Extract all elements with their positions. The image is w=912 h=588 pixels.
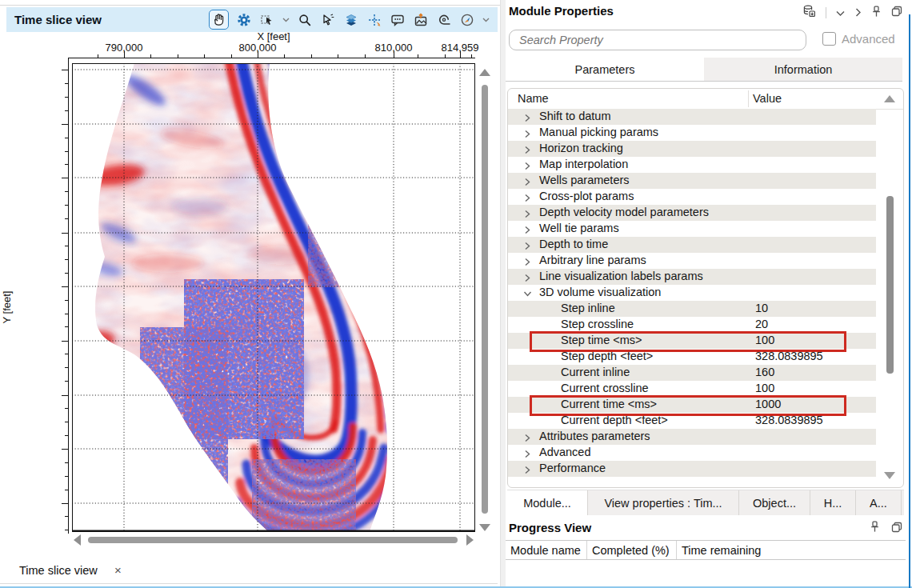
property-row[interactable]: Map interpolation bbox=[508, 157, 876, 173]
annotation-comment-icon[interactable] bbox=[390, 12, 406, 28]
bottom-tab[interactable]: Module... bbox=[507, 490, 588, 515]
property-row[interactable]: Wells parameters bbox=[508, 173, 876, 189]
layers-icon[interactable] bbox=[343, 12, 359, 28]
property-row[interactable]: Step time <ms>100 bbox=[508, 333, 876, 349]
zoom-magnifier-icon[interactable] bbox=[297, 12, 313, 28]
property-row[interactable]: Attributes parameters bbox=[508, 429, 876, 445]
chevron-right-icon[interactable] bbox=[523, 144, 532, 153]
horizontal-scrollbar-thumb[interactable] bbox=[88, 537, 458, 543]
chevron-right-icon[interactable] bbox=[523, 208, 532, 217]
highlight-box bbox=[530, 331, 846, 352]
compass-dropdown-chevron-icon[interactable] bbox=[482, 16, 490, 24]
property-row[interactable]: Horizon tracking bbox=[508, 141, 876, 157]
chevron-right-icon[interactable] bbox=[523, 272, 532, 281]
property-row[interactable]: Manual picking params bbox=[508, 125, 876, 141]
column-header-value[interactable]: Value bbox=[753, 92, 782, 105]
table-scrollbar[interactable] bbox=[884, 94, 896, 481]
compass-icon[interactable] bbox=[459, 12, 475, 28]
chevron-right-icon[interactable] bbox=[854, 6, 862, 20]
tab-parameters[interactable]: Parameters bbox=[506, 58, 704, 81]
property-value[interactable]: 100 bbox=[755, 382, 774, 394]
property-value[interactable]: 160 bbox=[755, 366, 774, 378]
tab-close-icon[interactable]: × bbox=[114, 563, 122, 577]
property-row[interactable]: Depth to time bbox=[508, 237, 876, 253]
chevron-right-icon[interactable] bbox=[523, 240, 532, 249]
column-separator[interactable] bbox=[748, 90, 749, 107]
advanced-toggle[interactable]: Advanced bbox=[822, 32, 895, 46]
chevron-right-icon[interactable] bbox=[523, 112, 532, 121]
pin-icon[interactable] bbox=[870, 521, 880, 536]
axis-tick-mark bbox=[311, 54, 312, 58]
table-scrollbar-thumb[interactable] bbox=[886, 196, 894, 374]
bottom-tab[interactable]: H... bbox=[810, 490, 856, 515]
tab-information[interactable]: Information bbox=[704, 58, 902, 81]
advanced-checkbox[interactable] bbox=[822, 32, 836, 46]
property-row[interactable]: Depth velocity model parameters bbox=[508, 205, 876, 221]
mouse-pick-icon[interactable] bbox=[320, 12, 336, 28]
pan-hand-icon[interactable] bbox=[209, 10, 229, 30]
pin-icon[interactable] bbox=[871, 6, 882, 21]
chevron-right-icon[interactable] bbox=[523, 192, 532, 201]
property-row[interactable]: Advanced bbox=[508, 445, 876, 461]
chevron-right-icon[interactable] bbox=[523, 160, 532, 169]
restore-window-icon[interactable] bbox=[891, 6, 902, 20]
chevron-right-icon[interactable] bbox=[523, 224, 532, 233]
icon-separator bbox=[826, 7, 826, 18]
progress-column-header[interactable]: Completed (%) bbox=[587, 541, 677, 559]
chevron-right-icon[interactable] bbox=[523, 464, 532, 473]
bottom-tab[interactable]: View properties : Tim... bbox=[588, 490, 739, 515]
property-row[interactable]: Current inline160 bbox=[508, 365, 876, 381]
property-value[interactable]: 10 bbox=[755, 302, 768, 314]
property-name: Current inline bbox=[561, 366, 630, 378]
bottom-tab[interactable]: A... bbox=[856, 490, 902, 515]
vertical-scrollbar-thumb[interactable] bbox=[482, 85, 488, 514]
progress-column-header[interactable]: Time remaining bbox=[677, 541, 902, 559]
table-scroll-down-arrow[interactable] bbox=[884, 472, 895, 479]
property-row[interactable]: Shift to datum bbox=[508, 109, 876, 125]
chevron-right-icon[interactable] bbox=[523, 448, 532, 457]
vertical-scrollbar[interactable] bbox=[478, 67, 491, 533]
view-titlebar[interactable]: Time slice view bbox=[6, 7, 498, 32]
property-name: Well tie params bbox=[539, 222, 619, 234]
horizontal-scrollbar[interactable] bbox=[72, 534, 475, 546]
column-header-name[interactable]: Name bbox=[518, 92, 549, 105]
export-image-icon[interactable] bbox=[413, 12, 429, 28]
property-row[interactable]: 3D volume visualization bbox=[508, 285, 876, 301]
property-row[interactable]: Current crossline100 bbox=[508, 381, 876, 397]
chevron-right-icon[interactable] bbox=[523, 176, 532, 185]
scroll-left-arrow[interactable] bbox=[74, 534, 81, 546]
axis-tick-mark bbox=[65, 381, 68, 382]
property-value[interactable]: 20 bbox=[755, 318, 768, 330]
property-name: Cross-plot params bbox=[539, 190, 634, 202]
database-save-icon[interactable] bbox=[802, 5, 816, 21]
chevron-right-icon[interactable] bbox=[523, 128, 532, 137]
scroll-up-arrow[interactable] bbox=[479, 69, 490, 76]
bottom-tab[interactable]: Object... bbox=[739, 490, 810, 515]
scroll-right-arrow[interactable] bbox=[466, 534, 474, 546]
search-property-input[interactable] bbox=[509, 30, 806, 50]
property-row[interactable]: Line visualization labels params bbox=[508, 269, 876, 285]
progress-column-header[interactable]: Module name bbox=[506, 541, 587, 559]
chevron-down-icon[interactable] bbox=[836, 6, 845, 20]
measure-tape-icon[interactable] bbox=[436, 12, 452, 28]
property-row[interactable]: Cross-plot params bbox=[508, 189, 876, 205]
tab-time-slice-view[interactable]: Time slice view bbox=[19, 564, 98, 577]
property-row[interactable]: Well tie params bbox=[508, 221, 876, 237]
property-row[interactable]: Current time <ms>1000 bbox=[508, 397, 876, 413]
property-row[interactable]: Performance bbox=[508, 461, 876, 477]
settings-gear-icon[interactable] bbox=[236, 12, 252, 28]
move-crosshair-icon[interactable] bbox=[366, 12, 382, 28]
property-row[interactable]: Step inline10 bbox=[508, 301, 876, 317]
selection-mode-dropdown-chevron-icon[interactable] bbox=[282, 16, 290, 24]
table-scroll-up-arrow[interactable] bbox=[884, 95, 895, 102]
chevron-right-icon[interactable] bbox=[523, 432, 532, 441]
selection-mode-icon[interactable] bbox=[259, 12, 275, 28]
property-name: Wells parameters bbox=[539, 174, 630, 186]
restore-window-icon[interactable] bbox=[891, 522, 902, 536]
property-row[interactable]: Arbitrary line params bbox=[508, 253, 876, 269]
property-row[interactable]: Step crossline20 bbox=[508, 317, 876, 333]
chevron-right-icon[interactable] bbox=[523, 256, 532, 265]
scroll-down-arrow[interactable] bbox=[479, 524, 490, 531]
chevron-down-icon[interactable] bbox=[523, 288, 532, 297]
property-name: Depth to time bbox=[539, 238, 608, 250]
